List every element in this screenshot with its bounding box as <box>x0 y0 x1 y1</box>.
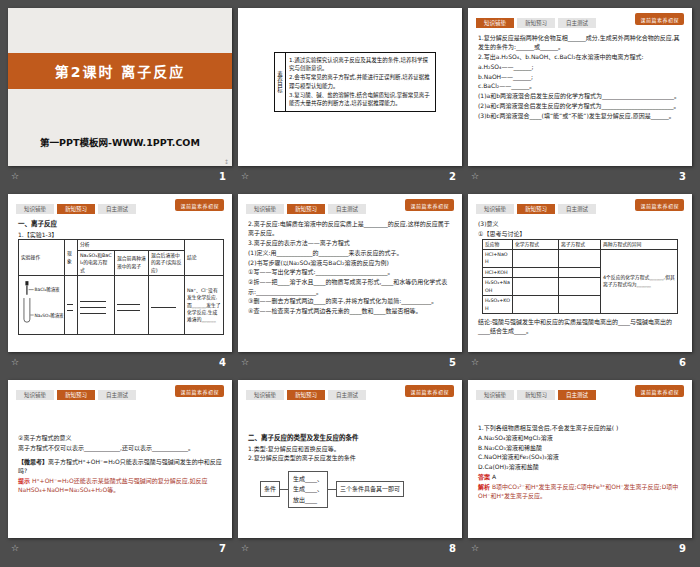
text-line: 1.复分解反应是指两种化合物互相______成分,生成另外两种化合物的反应,其发… <box>478 33 684 52</box>
star-icon: ☆ <box>241 358 249 367</box>
goal-box: 素养目标 1.通过实验探究认识离子反应及其发生的条件,培养科学探究与创新意识。 … <box>274 52 436 112</box>
conclusion-cell: Na⁺、Cl⁻没有发生化学反应,而______发生了化学反应,生成难溶的____… <box>185 276 224 335</box>
tab-selftest: 自主测试 <box>98 390 136 400</box>
phenomenon-cell <box>65 276 78 335</box>
thumb-footer: ☆ 4 <box>8 352 232 372</box>
equation-cell <box>513 250 559 268</box>
slide-body: 一、离子反应 1.【实验1-3】 实验操作 现象 分析 结论 Na₂SO₄和Ba… <box>18 219 224 335</box>
slide-thumbnail-3[interactable]: 知识铺垫 新知预习 自主测试 课前篇素养初探 1.复分解反应是指两种化合物互相_… <box>468 8 692 186</box>
star-icon: ☆ <box>241 172 249 181</box>
analysis-line: 解析 B项中CO₃²⁻和H⁺发生离子反应;C项中Fe³⁺和OH⁻发生离子反应;D… <box>478 482 684 501</box>
slide-2-canvas: 素养目标 1.通过实验探究认识离子反应及其发生的条件,培养科学探究与创新意识。 … <box>238 8 462 166</box>
slide-thumbnail-1[interactable]: 第2课时 离子反应 第一PPT模板网-WWW.1PPT.COM ↕ ☆ 1 <box>8 8 232 186</box>
tab-selftest: 自主测试 <box>328 390 366 400</box>
test-tube-diagram: BaCl₂稀溶液 Na₂SO₄稀溶液 <box>21 277 65 331</box>
section-heading: 二、离子反应的类型及发生反应的条件 <box>248 433 454 443</box>
hint-label: 提示 <box>18 477 30 484</box>
slide-body: 1.复分解反应是指两种化合物互相______成分,生成另外两种化合物的反应,其发… <box>478 33 684 121</box>
tab-selftest: 自主测试 <box>558 18 596 28</box>
title-banner: 第2课时 离子反应 <box>8 53 232 89</box>
slide-5-canvas: 知识铺垫 新知预习 自主测试 课前篇素养初探 2.离子反应:电解质在溶液中的反应… <box>238 194 462 352</box>
ions-after-cell <box>149 276 185 335</box>
ionic-equation-cell <box>559 267 601 277</box>
option-line: D.Ca(OH)₂溶液和盐酸 <box>478 462 684 471</box>
option-line: A.Na₂SO₄溶液和MgCl₂溶液 <box>478 433 684 442</box>
text-line: ③删——删去方程式两边____的离子,并将方程式化为最简:__________。 <box>248 296 454 305</box>
micro-think-block: 【微思考】离子方程式H⁺+OH⁻=H₂O只能表示强酸与强碱间发生的中和反应吗? <box>18 457 224 476</box>
text-line: ①【思考与讨论】 <box>478 229 684 238</box>
tab-selftest: 自主测试 <box>558 204 596 214</box>
tab-preview: 新知预习 <box>517 204 555 214</box>
ionization-cell <box>78 276 115 335</box>
slide-thumbnail-2[interactable]: 素养目标 1.通过实验探究认识离子反应及其发生的条件,培养科学探究与创新意识。 … <box>238 8 462 186</box>
text-line: 2.复分解反应类型的离子反应发生的条件 <box>248 453 454 462</box>
thumb-footer: ☆ 2 <box>238 166 462 186</box>
slide-body: (3)意义 ①【思考与讨论】 反应物 化学方程式 离子方程式 两种方程式的异同 … <box>478 219 684 336</box>
slide-thumbnail-7[interactable]: 知识铺垫 新知预习 自主测试 课前篇素养初探 ②离子方程式的意义 离子方程式不仅… <box>8 380 232 558</box>
slide-1-canvas: 第2课时 离子反应 第一PPT模板网-WWW.1PPT.COM ↕ <box>8 8 232 166</box>
star-icon: ☆ <box>11 544 19 553</box>
diagram-label: BaCl₂稀溶液 <box>35 286 61 293</box>
text-line: 离子方程式不仅可以表示____________,还可以表示___________… <box>18 443 224 452</box>
condition-item: 生成____、 <box>293 474 323 483</box>
tab-bar: 知识铺垫 新知预习 自主测试 <box>476 390 596 400</box>
thumb-footer: ☆ 1 <box>8 166 232 186</box>
slide-3-canvas: 知识铺垫 新知预习 自主测试 课前篇素养初探 1.复分解反应是指两种化合物互相_… <box>468 8 692 166</box>
page-number: 9 <box>679 543 689 554</box>
text-line: 2.写出a.H₂SO₄、b.NaOH、c.BaCl₂在水溶液中的电离方程式: <box>478 52 684 61</box>
page-number: 1 <box>219 171 229 182</box>
slide-thumbnail-9[interactable]: 知识铺垫 新知预习 自主测试 课前篇素养初探 1.下列各组物质相互混合后,不会发… <box>468 380 692 558</box>
star-icon: ☆ <box>241 544 249 553</box>
ions-before-cell <box>115 276 149 335</box>
goal-item: 2.会书写常见的离子方程式,并能进行正误判断,培养证据推理与模型认知能力。 <box>289 73 432 90</box>
tab-selftest: 自主测试 <box>98 204 136 214</box>
reactant-cell: H₂SO₄+KOH <box>483 296 513 314</box>
section-badge: 课前篇素养初探 <box>175 385 224 397</box>
watermark-text: 第一PPT模板网-WWW.1PPT.COM <box>8 135 232 149</box>
text-line: a.H₂SO₄——______; <box>478 62 684 71</box>
question-text: 1.下列各组物质相互混合后,不会发生离子反应的是( ) <box>478 423 684 432</box>
tab-bar: 知识铺垫 新知预习 自主测试 <box>16 204 136 214</box>
condition-item: 生成____、 <box>293 484 323 493</box>
analysis-text: B项中CO₃²⁻和H⁺发生离子反应;C项中Fe³⁺和OH⁻发生离子反应;D项中O… <box>478 483 678 499</box>
reactant-cell: HCl+KOH <box>483 267 513 277</box>
answer-label: 答案 <box>478 473 490 480</box>
star-icon: ☆ <box>471 544 479 553</box>
micro-think-label: 【微思考】 <box>18 458 48 465</box>
text-line: 1.类型:复分解反应和置换反应等。 <box>248 444 454 453</box>
slide-thumbnail-6[interactable]: 知识铺垫 新知预习 自主测试 课前篇素养初探 (3)意义 ①【思考与讨论】 反应… <box>468 194 692 372</box>
lesson-title: 第2课时 离子反应 <box>55 61 186 81</box>
col-header: 两种方程式的异同 <box>601 239 678 249</box>
condition-note-box: 三个条件具备其一即可 <box>336 481 404 496</box>
col-subheader: 混合前两种溶液中的离子 <box>115 250 149 275</box>
slide-7-canvas: 知识铺垫 新知预习 自主测试 课前篇素养初探 ②离子方程式的意义 离子方程式不仅… <box>8 380 232 538</box>
text-line: (1)a和b两溶液混合后发生反应的化学方程式为_________________… <box>478 91 684 100</box>
discussion-table: 反应物 化学方程式 离子方程式 两种方程式的异同 HCl+NaOH 4个反应的化… <box>482 239 678 314</box>
thumb-footer: ☆ 5 <box>238 352 462 372</box>
tab-selftest: 自主测试 <box>558 390 596 400</box>
star-icon: ☆ <box>11 358 19 367</box>
slide-thumbnail-5[interactable]: 知识铺垫 新知预习 自主测试 课前篇素养初探 2.离子反应:电解质在溶液中的反应… <box>238 194 462 372</box>
col-subheader: Na₂SO₄和BaCl₂的电离方程式 <box>78 250 115 275</box>
tab-knowledge: 知识铺垫 <box>476 18 514 28</box>
tab-bar: 知识铺垫 新知预习 自主测试 <box>16 390 136 400</box>
section-heading: 一、离子反应 <box>18 219 224 229</box>
slide-8-canvas: 知识铺垫 新知预习 自主测试 课前篇素养初探 二、离子反应的类型及发生反应的条件… <box>238 380 462 538</box>
equation-cell <box>513 296 559 314</box>
slide-body: 二、离子反应的类型及发生反应的条件 1.类型:复分解反应和置换反应等。 2.复分… <box>248 433 454 508</box>
col-header: 离子方程式 <box>559 239 601 249</box>
tab-preview: 新知预习 <box>287 390 325 400</box>
slide-9-canvas: 知识铺垫 新知预习 自主测试 课前篇素养初探 1.下列各组物质相互混合后,不会发… <box>468 380 692 538</box>
col-header: 化学方程式 <box>513 239 559 249</box>
tab-bar: 知识铺垫 新知预习 自主测试 <box>246 204 366 214</box>
text-line: (2)a和c两溶液混合后发生反应的化学方程式为_________________… <box>478 101 684 110</box>
section-badge: 课前篇素养初探 <box>635 199 684 211</box>
slide-6-canvas: 知识铺垫 新知预习 自主测试 课前篇素养初探 (3)意义 ①【思考与讨论】 反应… <box>468 194 692 352</box>
slide-body: 1.下列各组物质相互混合后,不会发生离子反应的是( ) A.Na₂SO₄溶液和M… <box>478 423 684 501</box>
slide-thumbnail-4[interactable]: 知识铺垫 新知预习 自主测试 课前篇素养初探 一、离子反应 1.【实验1-3】 … <box>8 194 232 372</box>
text-line: ④查——检查离子方程式两边各元素的____数和____数是否相等。 <box>248 306 454 315</box>
condition-list-box: 生成____、 生成____、 放出____ <box>288 471 328 508</box>
slide-thumbnail-8[interactable]: 知识铺垫 新知预习 自主测试 课前篇素养初探 二、离子反应的类型及发生反应的条件… <box>238 380 462 558</box>
option-line: B.Na₂CO₃溶液和稀盐酸 <box>478 443 684 452</box>
micro-think-text: 离子方程式H⁺+OH⁻=H₂O只能表示强酸与强碱间发生的中和反应吗? <box>18 458 222 474</box>
